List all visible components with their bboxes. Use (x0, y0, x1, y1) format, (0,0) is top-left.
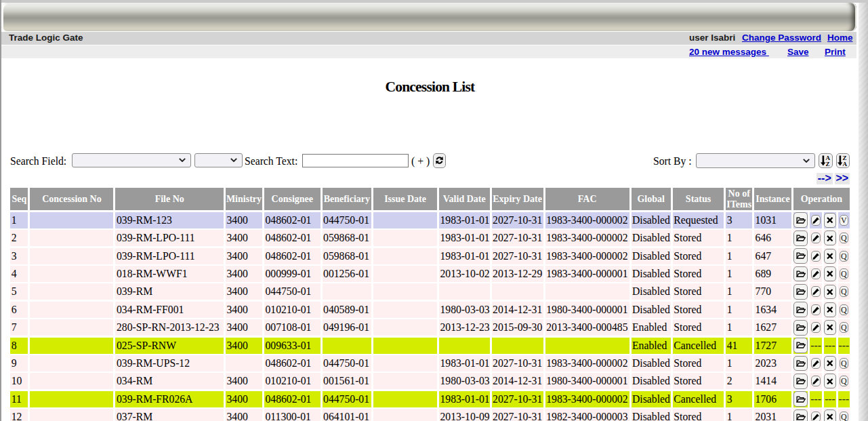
svg-text:Z: Z (825, 160, 829, 165)
svg-text:A: A (843, 160, 848, 165)
